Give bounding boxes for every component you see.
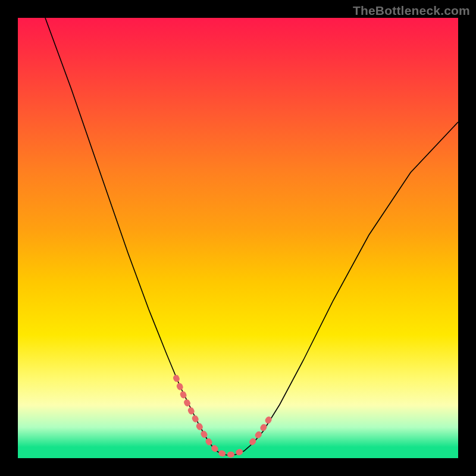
highlight-dots-left xyxy=(176,378,244,455)
highlight-dots-right xyxy=(252,414,273,442)
bottleneck-curve xyxy=(18,18,458,458)
watermark: TheBottleneck.com xyxy=(353,4,470,18)
curve-path xyxy=(45,18,458,455)
chart-plot-area xyxy=(18,18,458,458)
